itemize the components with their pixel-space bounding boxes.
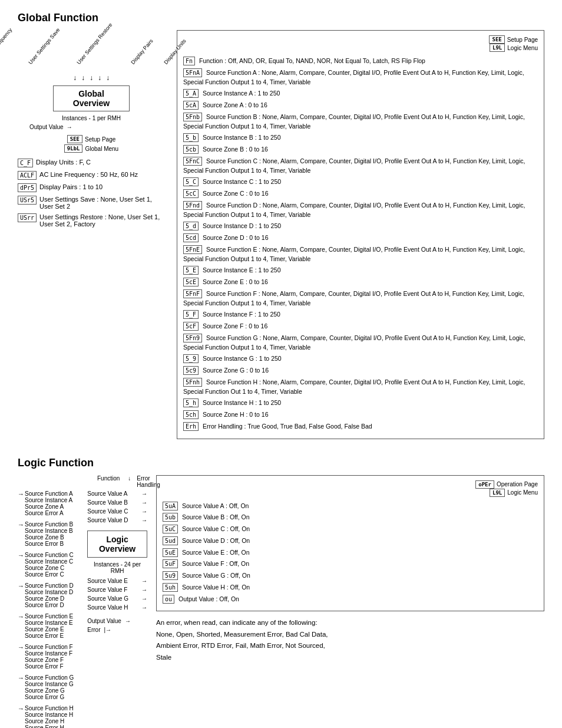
arrow-3: ↓ [90, 74, 93, 82]
lop-svg: 5u9 Source Value G : Off, On [163, 571, 538, 581]
right-badge-logic-code: L9L [490, 44, 505, 52]
arrow-1: ↓ [73, 74, 77, 82]
logic-badge-menu-label: Logic Menu [507, 489, 538, 496]
source-error-h: Source Error H [25, 724, 82, 729]
setup-param-sfna: 5FnA Source Function A : None, Alarm, Co… [183, 68, 538, 87]
global-left-panel: AC Line Frequency User Settings Save Use… [18, 30, 165, 439]
logic-header-function: Function [97, 475, 120, 488]
logic-header: Function ↓ Error Handling [18, 475, 147, 488]
global-output-value: Output Value → [29, 124, 165, 130]
setup-param-sig: 5_9 Source Instance G : 1 to 250 [183, 354, 538, 364]
setup-sze-desc: Source Zone E : 0 to 16 [203, 278, 268, 285]
cv-sva: Source Value A [87, 490, 127, 497]
source-function-d: Source Function D [25, 582, 82, 589]
lop-svc-code: 5uC [163, 525, 178, 533]
cv-svg: Source Value G [87, 595, 128, 602]
param-aclf-code: ACLF [18, 171, 37, 180]
param-aclf: ACLF AC Line Frequency : 50 Hz, 60 Hz [18, 171, 165, 180]
param-cf-code: C_F [18, 159, 33, 167]
logic-badge-menu-code: L9L [490, 489, 505, 497]
cv-row-b: Source Value B → [87, 499, 147, 506]
error-description: An error, when read, can indicate any of… [156, 617, 544, 663]
arrow-2: ↓ [81, 74, 85, 82]
lop-svd: 5ud Source Value D : Off, On [163, 536, 538, 546]
output-arrow: → [67, 124, 72, 130]
cv-svh: Source Value H [87, 604, 128, 611]
logic-groups-container: → Source Function A Source Instance A So… [18, 490, 147, 729]
source-function-a: Source Function A [25, 490, 82, 497]
source-group-b: → Source Function B Source Instance B So… [18, 521, 82, 547]
source-error-b: Source Error B [25, 541, 82, 547]
setup-param-sid: 5_d Source Instance D : 1 to 250 [183, 222, 538, 231]
setup-sig-desc: Source Instance G : 1 to 250 [203, 355, 282, 362]
badge-setup-code: SEE [67, 135, 82, 143]
logic-badge-menu: L9L Logic Menu [490, 489, 538, 497]
logic-right-area: oPEr Operation Page L9L Logic Menu 5uA S… [156, 475, 544, 729]
source-zone-g: Source Zone G [25, 687, 82, 694]
badge-setup-label: Setup Page [85, 136, 115, 143]
arrow-group-f: → [18, 644, 24, 651]
setup-sfne-desc: Source Function E : None, Alarm, Compare… [183, 246, 525, 262]
arrow-group-b: → [18, 521, 24, 528]
setup-sfnh-desc: Source Function H : None, Alarm, Compare… [183, 378, 525, 395]
lop-outval: ou Output Value : Off, On [163, 595, 538, 604]
logic-function-title: Logic Function [18, 457, 544, 469]
logic-center-values: Source Value A → Source Value B → Source… [87, 490, 147, 523]
lop-sva-desc: Source Value A : Off, On [182, 502, 249, 509]
param-usrr-code: USrr [18, 213, 37, 222]
setup-sih-desc: Source Instance H : 1 to 250 [203, 399, 281, 406]
arrow-4: ↓ [98, 74, 101, 82]
logic-ov-title: Logic [95, 535, 140, 544]
error-arrow: |→ [104, 627, 111, 633]
lop-svb-desc: Source Value B : Off, On [182, 513, 250, 521]
param-dprs-code: dPr5 [18, 183, 37, 192]
cv-svd: Source Value D [87, 517, 128, 523]
setup-sfnf-code: 5FnF [183, 289, 202, 298]
cv-arrow-e: → [141, 578, 147, 584]
setup-param-sie: 5_E Source Instance E : 1 to 250 [183, 266, 538, 275]
source-function-h: Source Function H [25, 705, 82, 711]
source-function-c: Source Function C [25, 552, 82, 558]
source-error-a: Source Error A [25, 510, 82, 516]
param-cf-desc: Display Units : F, C [36, 159, 91, 166]
right-badge-setup: SEE Setup Page [489, 35, 538, 44]
lop-svh-code: 5uh [163, 583, 178, 592]
param-usrs: USr5 User Settings Save : None, User Set… [18, 196, 165, 210]
setup-sic-desc: Source Instance C : 1 to 250 [203, 178, 281, 185]
setup-param-sza: 5cA Source Zone A : 0 to 16 [183, 101, 538, 110]
setup-sfnc-code: 5FnC [183, 157, 202, 166]
arrow-group-d: → [18, 582, 24, 589]
output-arrow: → [125, 618, 131, 624]
arrow-group-e: → [18, 613, 24, 620]
logic-source-groups: → Source Function A Source Instance A So… [18, 490, 82, 729]
setup-szc-code: 5cC [183, 189, 199, 198]
setup-sza-desc: Source Zone A : 0 to 16 [203, 101, 267, 108]
setup-sze-code: 5cE [183, 278, 199, 286]
lop-outval-desc: Output Value : Off, On [178, 595, 239, 602]
setup-sfnf-desc: Source Function F : None, Alarm, Compare… [183, 290, 524, 307]
output-value-row: Output Value → [87, 618, 147, 624]
down-arrows: ↓ ↓ ↓ ↓ ↓ [18, 74, 165, 82]
setup-param-sib: 5_b Source Instance B : 1 to 250 [183, 133, 538, 143]
source-group-d: → Source Function D Source Instance D So… [18, 582, 82, 608]
right-menu-header: SEE Setup Page L9L Logic Menu [183, 35, 538, 52]
source-error-g: Source Error G [25, 694, 82, 700]
logic-center-col: Source Value A → Source Value B → Source… [87, 490, 147, 729]
cv-arrow-d: → [141, 517, 147, 523]
setup-szf-code: 5cF [183, 322, 199, 331]
logic-overview-box: Logic Overview [87, 531, 147, 558]
cv-arrow-c: → [141, 508, 147, 515]
cv-row-c: Source Value C → [87, 508, 147, 515]
badge-global-label: Global Menu [85, 146, 118, 152]
lop-svc-desc: Source Value C : Off, On [182, 525, 250, 532]
cv-row-f: Source Value F → [87, 587, 147, 593]
setup-szh-desc: Source Zone H : 0 to 16 [203, 411, 268, 418]
lop-svc: 5uC Source Value C : Off, On [163, 525, 538, 534]
setup-sih-code: 5_h [183, 398, 199, 407]
setup-param-szg: 5c9 Source Zone G : 0 to 16 [183, 366, 538, 375]
diag-label-4: Display Pairs [130, 38, 154, 65]
badge-global: 9LbL Global Menu [64, 144, 118, 153]
lop-sve-code: 5uE [163, 548, 178, 557]
param-dprs: dPr5 Display Pairs : 1 to 10 [18, 183, 165, 192]
diag-label-2: User Settings Save [28, 27, 61, 65]
